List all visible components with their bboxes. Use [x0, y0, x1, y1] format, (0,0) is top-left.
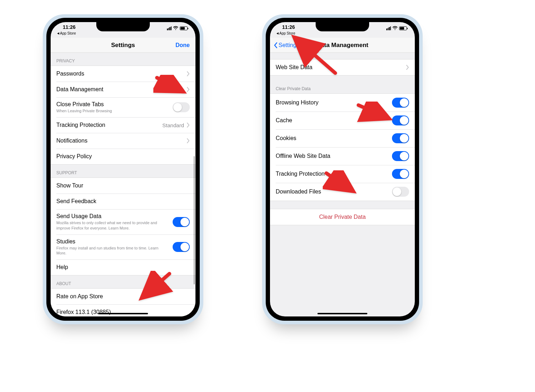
row-rate-app-store[interactable]: Rate on App Store	[51, 289, 195, 304]
row-send-feedback[interactable]: Send Feedback	[51, 194, 195, 209]
clear-private-data-button[interactable]: Clear Private Data	[270, 209, 415, 225]
nav-bar: Settings Data Management	[270, 38, 415, 53]
toggle-send-usage-data[interactable]	[173, 217, 190, 227]
nav-bar: Settings Done	[51, 38, 195, 53]
row-firefox-version[interactable]: Firefox 113.1 (30885)	[51, 304, 195, 316]
row-privacy-policy[interactable]: Privacy Policy	[51, 149, 195, 164]
toggle-cache[interactable]	[392, 115, 409, 125]
home-indicator	[317, 313, 367, 314]
chevron-right-icon	[187, 123, 190, 128]
row-tracking-protection[interactable]: Tracking Protection Standard	[51, 117, 195, 133]
toggle-cookies[interactable]	[392, 133, 409, 143]
cellular-signal-icon	[167, 26, 172, 30]
toggle-browsing-history[interactable]	[392, 98, 409, 108]
row-downloaded-files[interactable]: Downloaded Files	[270, 183, 415, 201]
row-cookies[interactable]: Cookies	[270, 129, 415, 147]
status-time: 11:26	[282, 24, 295, 30]
toggle-downloaded-files[interactable]	[392, 187, 409, 197]
breadcrumb-app-store[interactable]: App Store	[276, 31, 295, 35]
notch	[96, 22, 150, 31]
section-header-support: SUPPORT	[51, 165, 195, 177]
chevron-right-icon	[187, 138, 190, 143]
section-header-clear-private-data: Clear Private Data	[270, 76, 415, 93]
toggle-studies[interactable]	[173, 242, 190, 252]
wifi-icon	[392, 25, 398, 31]
toggle-tracking-protection[interactable]	[392, 169, 409, 179]
toggle-offline-web-site-data[interactable]	[392, 151, 409, 161]
chevron-right-icon	[187, 87, 190, 92]
notch	[316, 22, 369, 31]
row-studies[interactable]: Studies Firefox may install and run stud…	[51, 234, 195, 260]
wifi-icon	[173, 25, 178, 31]
row-browsing-history[interactable]: Browsing History	[270, 94, 415, 112]
back-button[interactable]: Settings	[274, 42, 299, 48]
battery-icon	[180, 26, 188, 30]
done-button[interactable]: Done	[175, 42, 190, 48]
row-tracking-protection[interactable]: Tracking Protection	[270, 165, 415, 183]
row-send-usage-data[interactable]: Send Usage Data Mozilla strives to only …	[51, 209, 195, 234]
row-notifications[interactable]: Notifications	[51, 133, 195, 149]
cellular-signal-icon	[386, 26, 391, 30]
battery-icon	[399, 26, 407, 30]
breadcrumb-app-store[interactable]: App Store	[57, 31, 76, 35]
row-show-tour[interactable]: Show Tour	[51, 178, 195, 194]
phone-right: 11:26 App Store Settings	[262, 14, 423, 324]
status-time: 11:26	[63, 24, 76, 30]
row-passwords[interactable]: Passwords	[51, 66, 195, 82]
home-indicator	[98, 313, 148, 314]
phone-left: 11:26 App Store Settings Done PRI	[43, 14, 203, 324]
chevron-right-icon	[406, 65, 409, 70]
row-close-private-tabs[interactable]: Close Private Tabs When Leaving Private …	[51, 97, 195, 117]
row-web-site-data[interactable]: Web Site Data	[270, 60, 415, 75]
scrollbar[interactable]	[194, 156, 195, 284]
tracking-value: Standard	[162, 122, 184, 128]
page-title: Settings	[111, 42, 135, 49]
section-header-about: ABOUT	[51, 275, 195, 288]
row-help[interactable]: Help	[51, 259, 195, 275]
row-cache[interactable]: Cache	[270, 112, 415, 129]
section-header-privacy: PRIVACY	[51, 53, 195, 66]
row-offline-web-site-data[interactable]: Offline Web Site Data	[270, 147, 415, 165]
chevron-right-icon	[187, 71, 190, 76]
toggle-close-private-tabs[interactable]	[173, 102, 190, 112]
row-data-management[interactable]: Data Management	[51, 82, 195, 97]
page-title: Data Management	[316, 42, 368, 49]
